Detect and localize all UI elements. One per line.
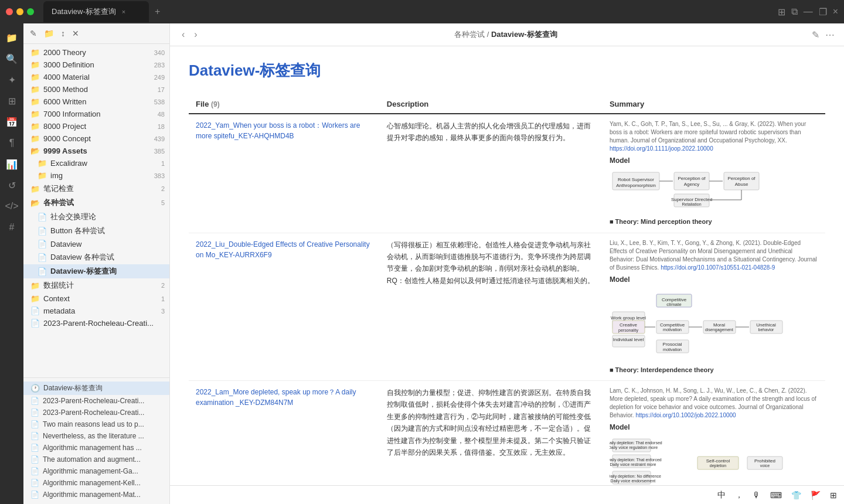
collapse-all-icon[interactable]: ✕ bbox=[70, 27, 81, 40]
file-link-1[interactable]: 2022_Yam_When your boss is a robot：Worke… bbox=[189, 114, 380, 233]
forward-button[interactable]: › bbox=[192, 28, 199, 41]
recent-item-parent-2[interactable]: 📄 2023-Parent-Rocheleau-Creati... bbox=[23, 407, 169, 418]
sidebar-item-5000-method[interactable]: 📁 5000 Method 17 bbox=[23, 83, 169, 96]
recent-item-algorithmic-mat[interactable]: 📄 Algorithmic management-Mat... bbox=[23, 489, 169, 500]
file-link-3[interactable]: 2022_Lam_More depleted, speak up more？A … bbox=[189, 381, 380, 486]
sidebar-item-6000-written[interactable]: 📁 6000 Written 538 bbox=[23, 96, 169, 108]
rail-graph-icon[interactable]: ✦ bbox=[2, 70, 21, 89]
recent-item-label: 2023-Parent-Rocheleau-Creati... bbox=[43, 397, 144, 405]
tab-close-button[interactable]: × bbox=[122, 8, 125, 15]
folder-icon: 📁 bbox=[38, 159, 47, 168]
rail-tag-icon[interactable]: # bbox=[2, 218, 21, 237]
sidebar-item-3000-definition[interactable]: 📁 3000 Definition 283 bbox=[23, 59, 169, 71]
ime-shirt-icon[interactable]: 👕 bbox=[791, 491, 801, 500]
folder-icon: 📁 bbox=[30, 122, 40, 131]
sidebar-item-parent-rocheleau[interactable]: 📄 2023-Parent-Rocheleau-Creati... bbox=[23, 317, 169, 329]
rail-code-icon[interactable]: </> bbox=[2, 197, 21, 216]
rail-refresh-icon[interactable]: ↺ bbox=[2, 176, 21, 195]
content-area: ‹ › 各种尝试 / Dataview-标签查询 ✎ ⋯ Dataview-标签… bbox=[170, 23, 844, 504]
sidebar-item-img[interactable]: 📁 img 383 bbox=[23, 169, 169, 182]
recent-item-two-main[interactable]: 📄 Two main reasons lead us to p... bbox=[23, 418, 169, 430]
sidebar-item-dataview-tries[interactable]: 📄 Dataview 各种尝试 bbox=[23, 250, 169, 264]
rail-grid-icon[interactable]: ⊞ bbox=[2, 91, 21, 110]
ime-mic-icon[interactable]: 🎙 bbox=[753, 491, 761, 500]
sidebar-item-button-tries[interactable]: 📄 Button 各种尝试 bbox=[23, 224, 169, 238]
recent-item-nevertheless[interactable]: 📄 Nevertheless, as the literature ... bbox=[23, 430, 169, 442]
sidebar-item-dataview-tag-query[interactable]: 📄 Dataview-标签查询 bbox=[23, 264, 169, 278]
file-link-2[interactable]: 2022_Liu_Double-Edged Effects of Creativ… bbox=[189, 233, 380, 381]
split-view-icon[interactable]: ⧉ bbox=[791, 6, 798, 17]
doi-link-2[interactable]: https://doi.org/10.1007/s10551-021-04828… bbox=[661, 264, 775, 271]
active-tab[interactable]: Dataview-标签查询 × bbox=[43, 1, 149, 22]
doi-link-1[interactable]: https://doi.org/10.1111/joop.2022.10000 bbox=[610, 145, 713, 152]
minimize-icon[interactable]: — bbox=[804, 6, 813, 17]
rail-chart-icon[interactable]: 📊 bbox=[2, 155, 21, 173]
sidebar-item-2000-theory[interactable]: 📁 2000 Theory 340 bbox=[23, 46, 169, 59]
sidebar-item-note-check[interactable]: 📁 笔记检查 2 bbox=[23, 182, 169, 196]
col-desc-header: Description bbox=[380, 95, 603, 114]
title-bar-left bbox=[6, 8, 34, 15]
recent-item-algorithmic-ga[interactable]: 📄 Algorithmic management-Ga... bbox=[23, 465, 169, 477]
recent-item-parent-1[interactable]: 📄 2023-Parent-Rocheleau-Creati... bbox=[23, 395, 169, 407]
ime-comma-icon[interactable]: ， bbox=[735, 490, 743, 500]
tree-item-label: 9000 Concept bbox=[43, 134, 147, 143]
breadcrumb: 各种尝试 / Dataview-标签查询 bbox=[205, 29, 807, 40]
svg-text:Retaliation: Retaliation bbox=[682, 202, 701, 206]
breadcrumb-parent[interactable]: 各种尝试 bbox=[454, 30, 485, 39]
breadcrumb-separator: / bbox=[487, 30, 491, 39]
recent-item-algorithmic-has[interactable]: 📄 Algorithmic management has ... bbox=[23, 442, 169, 454]
ime-flag-icon[interactable]: 🚩 bbox=[811, 491, 821, 500]
rail-calendar-icon[interactable]: 📅 bbox=[2, 113, 21, 131]
page-content: Dataview-标签查询 File (9) Description Summa… bbox=[170, 46, 844, 485]
new-note-icon[interactable]: ✎ bbox=[28, 27, 39, 40]
back-button[interactable]: ‹ bbox=[179, 28, 187, 41]
new-tab-button[interactable]: + bbox=[149, 6, 166, 17]
doi-link-3[interactable]: https://doi.org/10.1002/job.2022.10000 bbox=[635, 412, 736, 418]
svg-text:Self-control: Self-control bbox=[706, 458, 730, 464]
close-icon[interactable]: × bbox=[833, 6, 838, 17]
sidebar-item-8000-project[interactable]: 📁 8000 Project 18 bbox=[23, 120, 169, 132]
sidebar-item-data-stats[interactable]: 📁 数据统计 2 bbox=[23, 278, 169, 292]
ime-keyboard-icon[interactable]: ⌨ bbox=[770, 491, 782, 500]
new-folder-icon[interactable]: 📁 bbox=[42, 27, 56, 40]
minimize-window-button[interactable] bbox=[16, 8, 23, 15]
recent-item-automation[interactable]: 📄 The automation and augment... bbox=[23, 454, 169, 465]
collapse-sidebar-icon[interactable]: ⊞ bbox=[778, 6, 785, 18]
tree-item-label: 笔记检查 bbox=[43, 183, 147, 194]
sidebar-recent-section: 🕐 Dataview-标签查询 📄 2023-Parent-Rocheleau-… bbox=[23, 377, 169, 504]
svg-text:motivation: motivation bbox=[663, 348, 682, 352]
table-row: 2022_Liu_Double-Edged Effects of Creativ… bbox=[189, 233, 825, 381]
sidebar-item-dataview[interactable]: 📄 Dataview bbox=[23, 238, 169, 250]
rail-files-icon[interactable]: 📁 bbox=[2, 28, 21, 47]
sort-icon[interactable]: ↕ bbox=[59, 27, 67, 40]
ime-grid-icon[interactable]: ⊞ bbox=[830, 491, 837, 500]
recent-item-label: Algorithmic management has ... bbox=[43, 444, 142, 452]
recent-item-label: Algorithmic management-Kell... bbox=[43, 479, 141, 487]
model-label-3: Model bbox=[610, 422, 818, 433]
sidebar-item-7000-information[interactable]: 📁 7000 Information 48 bbox=[23, 108, 169, 120]
rail-search-icon[interactable]: 🔍 bbox=[2, 49, 21, 68]
sidebar-item-metadata[interactable]: 📄 metadata 3 bbox=[23, 305, 169, 317]
sidebar-item-9999-assets[interactable]: 📂 9999 Assets 385 bbox=[23, 145, 169, 157]
breadcrumb-current: Dataview-标签查询 bbox=[491, 30, 557, 39]
tree-item-label: 社会交换理论 bbox=[50, 212, 165, 222]
desc-cell-3: 自我控制的力量模型；促进、抑制性建言的资源区别。在特质自我控制取值低时，损耗会使… bbox=[380, 381, 603, 486]
sidebar-item-context[interactable]: 📁 Context 1 bbox=[23, 292, 169, 305]
sidebar-item-excalidraw[interactable]: 📁 Excalidraw 1 bbox=[23, 157, 169, 169]
restore-icon[interactable]: ❐ bbox=[819, 6, 827, 18]
edit-note-icon[interactable]: ✎ bbox=[812, 29, 819, 40]
sidebar-item-various-tries[interactable]: 📂 各种尝试 5 bbox=[23, 196, 169, 210]
sidebar-item-4000-material[interactable]: 📁 4000 Material 249 bbox=[23, 71, 169, 83]
rail-paragraph-icon[interactable]: ¶ bbox=[2, 134, 21, 152]
maximize-window-button[interactable] bbox=[27, 8, 34, 15]
theory-label-1: ■ Theory: Mind perception theory bbox=[610, 217, 818, 227]
tree-item-label: 各种尝试 bbox=[43, 197, 147, 208]
sidebar-item-social-exchange[interactable]: 📄 社会交换理论 bbox=[23, 210, 169, 224]
sidebar-item-9000-concept[interactable]: 📁 9000 Concept 439 bbox=[23, 132, 169, 145]
tree-item-count: 1 bbox=[151, 160, 165, 167]
more-options-icon[interactable]: ⋯ bbox=[825, 29, 835, 40]
recent-item-algorithmic-kell[interactable]: 📄 Algorithmic management-Kell... bbox=[23, 477, 169, 489]
ime-zh-icon[interactable]: 中 bbox=[717, 490, 726, 500]
close-window-button[interactable] bbox=[6, 8, 13, 15]
recent-item-dataview-tag[interactable]: 🕐 Dataview-标签查询 bbox=[23, 382, 169, 395]
